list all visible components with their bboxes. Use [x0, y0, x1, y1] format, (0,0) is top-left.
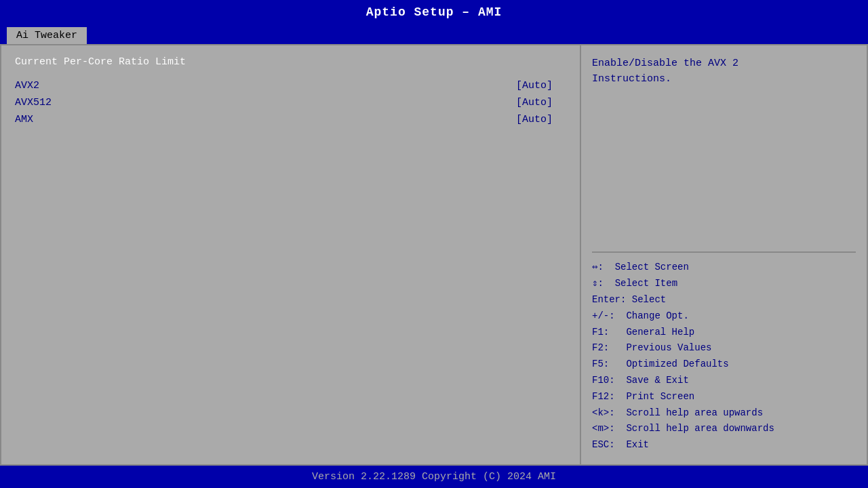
section-title: Current Per-Core Ratio Limit: [15, 56, 566, 68]
key-row-k: <k>: Scroll help area upwards: [592, 405, 856, 422]
active-tab[interactable]: Ai Tweaker: [7, 27, 87, 44]
key-row-f2: F2: Previous Values: [592, 340, 856, 357]
right-panel: Enable/Disable the AVX 2 Instructions. ⇔…: [581, 45, 867, 464]
key-row-m: <m>: Scroll help area downwards: [592, 421, 856, 437]
setting-name-avx512: AVX512: [15, 97, 52, 108]
key-row-enter: Enter: Select: [592, 292, 856, 308]
key-row-select-screen: ⇔: Select Screen: [592, 260, 856, 276]
setting-value-avx512: [Auto]: [516, 97, 553, 108]
setting-name-avx2: AVX2: [15, 80, 39, 92]
setting-row-avx2[interactable]: AVX2 [Auto]: [15, 80, 566, 92]
help-line1: Enable/Disable the AVX 2: [592, 56, 856, 72]
help-line2: Instructions.: [592, 72, 856, 87]
key-help: ⇔: Select Screen ⇕: Select Item Enter: S…: [592, 260, 856, 453]
key-row-f1: F1: General Help: [592, 325, 856, 341]
left-panel: Current Per-Core Ratio Limit AVX2 [Auto]…: [1, 45, 581, 464]
app-title: Aptio Setup – AMI: [366, 5, 502, 19]
setting-name-amx: AMX: [15, 114, 33, 125]
key-row-f10: F10: Save & Exit: [592, 373, 856, 389]
help-text: Enable/Disable the AVX 2 Instructions.: [592, 56, 856, 245]
setting-value-amx: [Auto]: [516, 114, 553, 125]
setting-row-amx[interactable]: AMX [Auto]: [15, 114, 566, 125]
footer-text: Version 2.22.1289 Copyright (C) 2024 AMI: [312, 471, 556, 483]
tab-row: Ai Tweaker: [0, 24, 868, 44]
key-row-select-item: ⇕: Select Item: [592, 276, 856, 292]
main-content: Current Per-Core Ratio Limit AVX2 [Auto]…: [0, 44, 868, 466]
setting-value-avx2: [Auto]: [516, 80, 553, 92]
key-row-f5: F5: Optimized Defaults: [592, 357, 856, 373]
setting-row-avx512[interactable]: AVX512 [Auto]: [15, 97, 566, 108]
key-row-esc: ESC: Exit: [592, 437, 856, 453]
key-row-f12: F12: Print Screen: [592, 389, 856, 405]
footer: Version 2.22.1289 Copyright (C) 2024 AMI: [0, 466, 868, 488]
title-bar: Aptio Setup – AMI: [0, 0, 868, 24]
key-row-change-opt: +/-: Change Opt.: [592, 308, 856, 325]
divider: [592, 251, 856, 253]
app: Aptio Setup – AMI Ai Tweaker Current Per…: [0, 0, 868, 488]
